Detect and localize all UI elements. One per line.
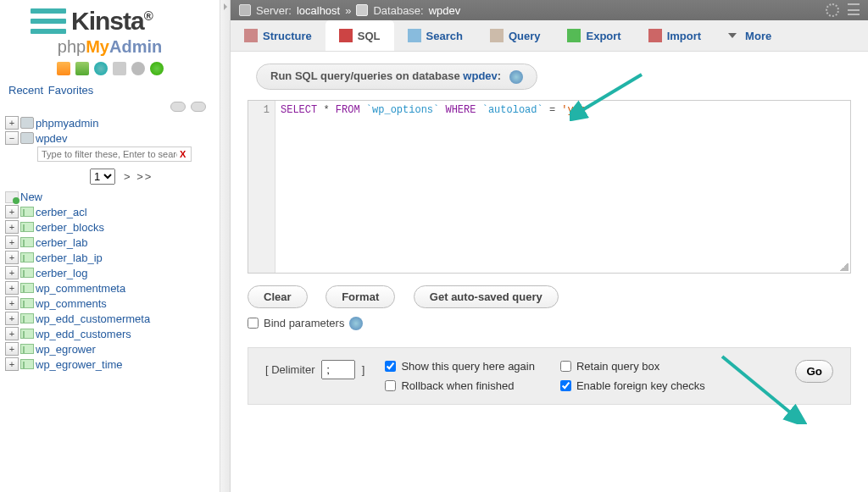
sql-icon [339, 29, 353, 42]
breadcrumb-server-link[interactable]: localhost [297, 4, 340, 17]
tabs: Structure SQL Search Query Export Import… [231, 20, 868, 52]
clear-button[interactable]: Clear [248, 285, 308, 308]
expand-icon[interactable]: + [5, 281, 19, 295]
tab-more[interactable]: More [715, 20, 785, 51]
link-icon[interactable] [191, 102, 206, 112]
gear-icon[interactable] [826, 3, 839, 17]
tree-filter-input[interactable] [37, 146, 192, 162]
go-button[interactable]: Go [795, 360, 833, 383]
breadcrumb: Server: localhost » Database: wpdev [231, 0, 868, 20]
chevron-down-icon [728, 33, 737, 38]
bind-parameters-checkbox[interactable] [248, 318, 259, 329]
favorites-link[interactable]: Favorites [48, 84, 93, 97]
breadcrumb-db-link[interactable]: wpdev [429, 4, 461, 17]
sidebar: Kinsta® phpMyAdmin Recent Favorites + ph… [0, 0, 220, 492]
retain-checkbox[interactable]: Retain query box [560, 360, 710, 373]
tree-new[interactable]: New [20, 191, 42, 203]
refresh-icon[interactable] [150, 62, 164, 75]
tree-db-phpmyadmin[interactable]: phpmyadmin [36, 117, 98, 130]
autosaved-button[interactable]: Get auto-saved query [414, 285, 559, 308]
tab-structure[interactable]: Structure [231, 20, 326, 51]
logout-icon[interactable] [75, 62, 89, 75]
server-icon [239, 4, 251, 16]
database-icon [20, 132, 34, 144]
expand-icon[interactable] [848, 3, 860, 15]
home-icon[interactable] [57, 62, 70, 75]
expand-icon[interactable]: + [5, 312, 19, 325]
export-icon [567, 29, 581, 42]
clear-filter-icon[interactable]: X [180, 149, 186, 159]
expand-icon[interactable]: + [5, 266, 19, 279]
tree-page-next[interactable]: > >> [124, 170, 153, 183]
import-icon [648, 29, 662, 42]
breadcrumb-db-label: Database: [373, 4, 423, 17]
tree-page-select[interactable]: 1 [90, 169, 115, 185]
docs-icon[interactable] [113, 62, 126, 75]
tab-import[interactable]: Import [635, 20, 715, 51]
table-icon [20, 222, 34, 232]
line-number: 1 [248, 101, 275, 273]
table-icon [20, 359, 34, 369]
format-button[interactable]: Format [326, 285, 395, 308]
table-icon [20, 329, 34, 339]
tree-table[interactable]: wp_edd_customers [36, 328, 131, 340]
sql-editor[interactable]: 1 SELECT * FROM `wp_options` WHERE `auto… [248, 100, 851, 274]
fk-checkbox[interactable]: Enable foreign key checks [560, 379, 710, 392]
phpmyadmin-label: phpMyAdmin [5, 37, 214, 57]
delimiter-input[interactable] [321, 360, 355, 379]
expand-icon[interactable]: + [5, 235, 19, 249]
table-icon [20, 207, 34, 217]
expand-icon[interactable]: + [5, 205, 19, 218]
collapse-icon[interactable]: − [5, 131, 19, 145]
tab-sql[interactable]: SQL [326, 20, 394, 51]
settings-icon[interactable] [131, 62, 145, 75]
tab-search[interactable]: Search [394, 20, 476, 51]
table-icon [20, 298, 34, 308]
new-table-icon [5, 191, 19, 203]
expand-icon[interactable]: + [5, 116, 19, 130]
db-tree: + phpmyadmin − wpdev X 1 > >> [5, 115, 214, 373]
panel-db-link[interactable]: wpdev [463, 69, 497, 82]
kinsta-logo: Kinsta® [5, 7, 214, 36]
tree-table[interactable]: cerber_blocks [36, 221, 104, 234]
structure-icon [244, 29, 258, 42]
sidebar-toolbar [5, 62, 214, 75]
panel-resize-gutter[interactable] [220, 0, 231, 492]
tree-table[interactable]: cerber_acl [36, 206, 87, 218]
help-icon[interactable] [349, 317, 363, 330]
panel-heading: Run SQL query/queries on database wpdev: [256, 64, 537, 90]
tree-table[interactable]: wp_commentmeta [36, 282, 125, 295]
expand-icon[interactable]: + [5, 251, 19, 264]
help-icon[interactable] [94, 62, 108, 75]
recent-link[interactable]: Recent [8, 84, 43, 97]
tree-table[interactable]: cerber_lab [36, 236, 87, 249]
sql-textarea[interactable]: SELECT * FROM `wp_options` WHERE `autolo… [275, 101, 850, 273]
tree-table[interactable]: wp_edd_customermeta [36, 312, 150, 325]
tree-db-wpdev[interactable]: wpdev [36, 132, 68, 145]
tab-query[interactable]: Query [476, 20, 554, 51]
delimiter-label: [ Delimiter ] [265, 363, 364, 376]
query-icon [490, 29, 504, 42]
expand-icon[interactable]: + [5, 357, 19, 371]
chevron-left-icon [224, 3, 231, 10]
table-icon [20, 283, 34, 293]
expand-icon[interactable]: + [5, 296, 19, 310]
tab-export[interactable]: Export [554, 20, 634, 51]
database-icon [20, 117, 34, 129]
collapse-icon[interactable] [170, 102, 186, 112]
tree-table[interactable]: wp_comments [36, 297, 107, 310]
rollback-checkbox[interactable]: Rollback when finished [385, 379, 535, 392]
tree-table[interactable]: wp_egrower_time [36, 358, 123, 371]
resize-handle[interactable] [840, 263, 849, 271]
expand-icon[interactable]: + [5, 327, 19, 340]
help-icon[interactable] [509, 70, 523, 84]
breadcrumb-server-label: Server: [256, 4, 292, 17]
expand-icon[interactable]: + [5, 220, 19, 234]
tree-table[interactable]: cerber_lab_ip [36, 252, 103, 264]
tree-table[interactable]: wp_egrower [36, 343, 96, 356]
table-icon [20, 252, 34, 263]
tree-table[interactable]: cerber_log [36, 267, 87, 279]
expand-icon[interactable]: + [5, 342, 19, 356]
bind-parameters-label: Bind parameters [264, 317, 344, 329]
show-again-checkbox[interactable]: Show this query here again [385, 360, 535, 373]
